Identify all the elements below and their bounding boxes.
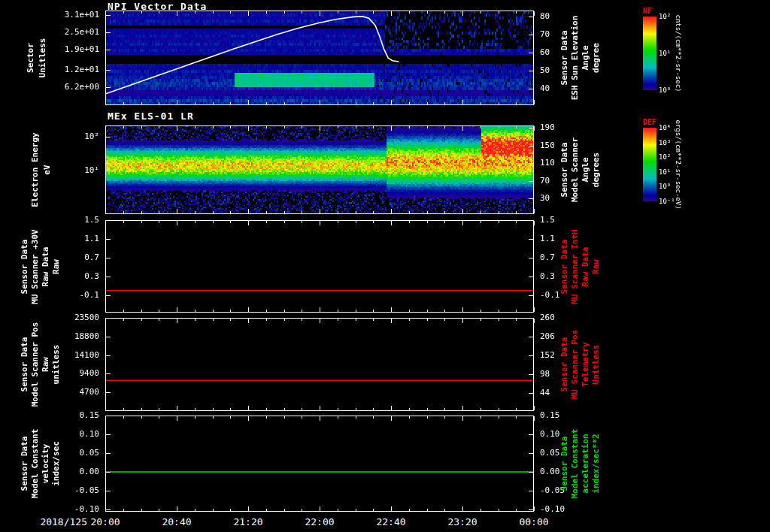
x-tick-mark (391, 209, 392, 213)
x-tick-mark (177, 209, 177, 213)
y-tick-mark-left (106, 337, 111, 337)
x-minor-tick-mark (213, 211, 214, 213)
y-tick-mark-right (529, 434, 533, 435)
x-minor-tick-mark-top (499, 126, 499, 128)
x-minor-tick-mark (356, 102, 356, 104)
y-tick-label-left: 0.15 (51, 411, 99, 420)
x-minor-tick-mark-top (356, 319, 356, 321)
y-tick-label-right: 1.5 (540, 216, 555, 225)
x-minor-tick-mark (356, 509, 356, 511)
x-minor-tick-mark-top (159, 416, 159, 419)
x-minor-tick-mark (141, 310, 142, 312)
x-tick-mark-top (320, 126, 320, 131)
x-minor-tick-mark-top (159, 319, 159, 321)
y-tick-mark-right (529, 355, 533, 356)
x-minor-tick-mark (195, 408, 196, 410)
x-minor-tick-mark (159, 310, 159, 312)
x-minor-tick-mark (373, 310, 374, 312)
left-axis-title-line: Raw Data (41, 246, 50, 286)
x-tick-mark-top (462, 221, 463, 225)
y-tick-mark-right (529, 198, 533, 199)
y-tick-label-right: 50 (540, 66, 550, 75)
x-tick-mark-top (248, 319, 249, 323)
y-tick-mark-left (106, 491, 111, 491)
x-minor-tick-mark (499, 310, 499, 312)
x-tick-label: 23:20 (447, 516, 477, 527)
x-minor-tick-mark (284, 509, 285, 511)
x-tick-mark (320, 100, 320, 104)
y-tick-mark-left (106, 509, 111, 510)
x-minor-tick-mark (480, 408, 481, 410)
x-minor-tick-mark (284, 211, 285, 213)
y-tick-label-left: 4700 (51, 388, 99, 397)
x-minor-tick-mark-top (284, 126, 285, 128)
y-tick-label-left: 1.2e+01 (51, 65, 99, 74)
y-tick-mark-left (106, 416, 111, 416)
y-tick-label-right: 152 (540, 351, 555, 360)
right-axis-title-line: ESH Sun Elevation (570, 16, 580, 101)
x-axis-date-label: 2018/125 (18, 516, 87, 527)
plot-border-modelconst (105, 416, 534, 512)
x-minor-tick-mark-top (373, 126, 374, 128)
right-axis-title-line: Telemetry (581, 342, 590, 387)
x-minor-tick-mark (159, 102, 159, 104)
left-axis-title-line: Raw (41, 357, 50, 372)
x-minor-tick-mark-top (123, 319, 124, 321)
x-minor-tick-mark-top (373, 11, 374, 14)
y-tick-label-right: 150 (540, 141, 555, 150)
x-tick-mark-top (320, 416, 320, 421)
x-tick-mark (105, 100, 106, 104)
y-tick-label-left: 1.1 (51, 234, 99, 243)
x-minor-tick-mark-top (284, 11, 285, 14)
x-minor-tick-mark (480, 211, 481, 213)
x-minor-tick-mark-top (230, 221, 231, 223)
x-minor-tick-mark (266, 310, 267, 312)
right-axis-title-line: Model Scanner (570, 138, 580, 202)
y-tick-label-right: 80 (540, 12, 550, 21)
x-minor-tick-mark (123, 102, 124, 104)
y-tick-mark-right (529, 163, 533, 164)
x-minor-tick-mark-top (338, 126, 338, 128)
x-minor-tick-mark (213, 509, 214, 511)
y-tick-label-left: -0.10 (51, 505, 99, 514)
x-minor-tick-mark (444, 211, 445, 213)
right-axis-title-line: Model Constant (570, 429, 580, 499)
x-minor-tick-mark (444, 509, 445, 511)
x-minor-tick-mark (516, 509, 517, 511)
y-tick-label-left: 1.5 (51, 216, 99, 225)
y-tick-label-left: 10² (51, 132, 99, 141)
x-minor-tick-mark (266, 102, 267, 104)
x-tick-mark (534, 307, 535, 312)
x-minor-tick-mark-top (213, 126, 214, 128)
x-minor-tick-mark (499, 211, 499, 213)
x-minor-tick-mark-top (213, 11, 214, 14)
x-tick-mark-top (248, 416, 249, 421)
x-minor-tick-mark-top (356, 11, 356, 14)
x-minor-tick-mark-top (427, 416, 428, 419)
x-minor-tick-mark-top (302, 319, 302, 321)
x-tick-label: 20:00 (90, 516, 120, 527)
x-minor-tick-mark (499, 408, 499, 410)
x-minor-tick-mark (373, 408, 374, 410)
y-tick-label-left: 10¹ (51, 166, 99, 175)
y-tick-mark-right (529, 374, 533, 375)
y-tick-label-right: -0.10 (540, 505, 565, 514)
x-minor-tick-mark-top (338, 221, 338, 223)
x-minor-tick-mark-top (516, 126, 517, 128)
right-axis-title-line: Sensor Data (559, 31, 569, 86)
x-minor-tick-mark (409, 408, 410, 410)
def-colorbar (643, 128, 656, 201)
x-minor-tick-mark (516, 102, 517, 104)
x-minor-tick-mark-top (516, 11, 517, 14)
y-tick-label-left: 0.10 (51, 430, 99, 439)
x-tick-mark-top (105, 416, 106, 421)
x-minor-tick-mark-top (159, 11, 159, 14)
x-minor-tick-mark-top (284, 221, 285, 223)
y-tick-label-right: 0.05 (540, 449, 560, 458)
x-minor-tick-mark (230, 211, 231, 213)
y-tick-label-left: -0.1 (51, 291, 99, 300)
x-tick-mark-top (177, 126, 177, 131)
x-minor-tick-mark-top (123, 11, 124, 14)
x-minor-tick-mark-top (373, 416, 374, 419)
x-minor-tick-mark (356, 408, 356, 410)
